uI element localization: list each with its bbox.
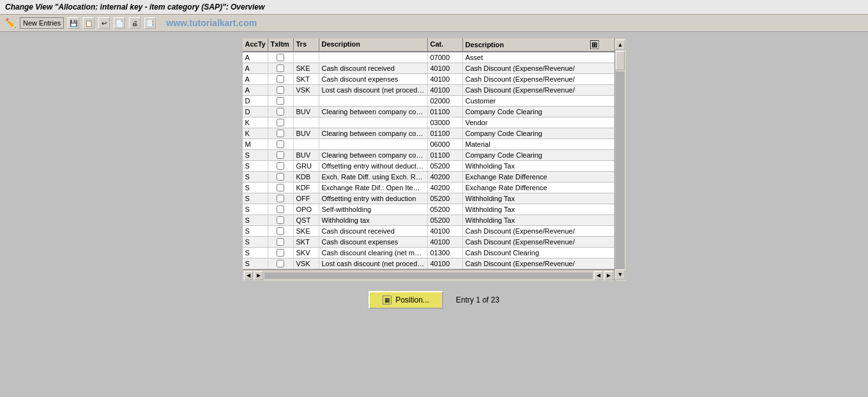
h-scroll-right2-btn[interactable]: ▶ bbox=[604, 271, 613, 280]
table-row: S SKV Cash discount clearing (net method… bbox=[243, 248, 614, 258]
cell-checkbox[interactable] bbox=[268, 74, 294, 84]
cell-acct: S bbox=[243, 215, 268, 225]
cell-checkbox[interactable] bbox=[268, 215, 294, 225]
table-row: D BUV Clearing between company codes 011… bbox=[243, 107, 614, 117]
col-header-acct: AccTy bbox=[243, 38, 268, 51]
position-label: Position... bbox=[395, 296, 429, 304]
cell-desc1: Cash discount clearing (net method) bbox=[319, 248, 428, 258]
cell-checkbox[interactable] bbox=[268, 172, 294, 182]
cell-cat: 05200 bbox=[428, 204, 463, 214]
toolbar-icon-copy1[interactable]: 📋 bbox=[83, 17, 95, 29]
cell-acct: K bbox=[243, 128, 268, 139]
main-content: AccTy TxItm Trs Description Cat. Descrip… bbox=[0, 32, 868, 315]
h-scroll-track[interactable] bbox=[264, 273, 593, 279]
cell-cat-desc: Cash Discount (Expense/Revenue/ bbox=[463, 226, 614, 236]
h-scroll-right-btn[interactable]: ▶ bbox=[254, 271, 263, 280]
cell-checkbox[interactable] bbox=[268, 150, 294, 160]
cell-trs bbox=[294, 52, 319, 63]
cell-acct: D bbox=[243, 96, 268, 106]
cell-checkbox[interactable] bbox=[268, 96, 294, 106]
cell-cat: 02000 bbox=[428, 96, 463, 106]
cell-cat-desc: Cash Discount (Expense/Revenue/ bbox=[463, 63, 614, 73]
cell-cat-desc: Withholding Tax bbox=[463, 193, 614, 204]
bottom-bar: ▦ Position... Entry 1 of 23 bbox=[369, 291, 499, 309]
table-row: D 02000 Customer bbox=[243, 96, 614, 107]
cell-cat-desc: Vendor bbox=[463, 117, 614, 128]
cell-cat: 40100 bbox=[428, 237, 463, 247]
cell-checkbox[interactable] bbox=[268, 128, 294, 139]
window-title: Change View "Allocation: internal key - … bbox=[5, 3, 264, 11]
cell-checkbox[interactable] bbox=[268, 248, 294, 258]
cell-cat: 05200 bbox=[428, 215, 463, 225]
cell-cat-desc: Cash Discount Clearing bbox=[463, 248, 614, 258]
cell-checkbox[interactable] bbox=[268, 226, 294, 236]
cell-checkbox[interactable] bbox=[268, 107, 294, 117]
entry-info: Entry 1 of 23 bbox=[456, 296, 499, 304]
position-button[interactable]: ▦ Position... bbox=[369, 291, 443, 309]
table-wrapper: AccTy TxItm Trs Description Cat. Descrip… bbox=[243, 38, 626, 281]
cell-cat: 01100 bbox=[428, 150, 463, 160]
cell-checkbox[interactable] bbox=[268, 258, 294, 269]
cell-checkbox[interactable] bbox=[268, 139, 294, 149]
toolbar-icon-print[interactable]: 🖨 bbox=[129, 17, 141, 29]
cell-acct: S bbox=[243, 193, 268, 204]
cell-acct: K bbox=[243, 117, 268, 128]
cell-cat-desc: Exchange Rate Difference bbox=[463, 183, 614, 193]
cell-acct: A bbox=[243, 52, 268, 63]
new-entries-button[interactable]: New Entries bbox=[20, 17, 64, 29]
cell-trs: OFF bbox=[294, 193, 319, 204]
cell-cat-desc: Company Code Clearing bbox=[463, 128, 614, 139]
cell-cat-desc: Company Code Clearing bbox=[463, 107, 614, 117]
table-row: M 06000 Material bbox=[243, 139, 614, 150]
cell-acct: D bbox=[243, 107, 268, 117]
table-main: AccTy TxItm Trs Description Cat. Descrip… bbox=[243, 38, 614, 281]
v-scroll-down-btn[interactable]: ▼ bbox=[615, 269, 625, 280]
toolbar-icon-copy2[interactable]: 📄 bbox=[114, 17, 125, 29]
cell-checkbox[interactable] bbox=[268, 117, 294, 128]
cell-checkbox[interactable] bbox=[268, 204, 294, 214]
cell-desc1: Clearing between company codes bbox=[319, 107, 428, 117]
toolbar-icon-undo[interactable]: ↩ bbox=[98, 17, 110, 29]
cell-cat: 07000 bbox=[428, 52, 463, 63]
cell-trs: SKV bbox=[294, 248, 319, 258]
v-scroll-up-btn[interactable]: ▲ bbox=[615, 40, 625, 50]
h-scroll-left-btn[interactable]: ◀ bbox=[244, 271, 253, 280]
cell-checkbox[interactable] bbox=[268, 237, 294, 247]
cell-checkbox[interactable] bbox=[268, 63, 294, 73]
cell-checkbox[interactable] bbox=[268, 183, 294, 193]
toolbar-icon-pen: ✏️ bbox=[5, 18, 16, 28]
cell-checkbox[interactable] bbox=[268, 161, 294, 171]
cell-checkbox[interactable] bbox=[268, 52, 294, 63]
cell-cat-desc: Withholding Tax bbox=[463, 215, 614, 225]
toolbar-icon-save[interactable]: 💾 bbox=[68, 17, 79, 29]
col-header-desc2: Description ⊞ bbox=[463, 38, 602, 51]
h-scroll-left2-btn[interactable]: ◀ bbox=[594, 271, 603, 280]
cell-checkbox[interactable] bbox=[268, 193, 294, 204]
horizontal-scrollbar[interactable]: ◀ ▶ ◀ ▶ bbox=[243, 269, 614, 281]
cell-acct: A bbox=[243, 85, 268, 95]
cell-trs bbox=[294, 117, 319, 128]
cell-trs: BUV bbox=[294, 107, 319, 117]
watermark: www.tutorialkart.com bbox=[166, 18, 257, 28]
cell-acct: S bbox=[243, 161, 268, 171]
col-settings-icon[interactable]: ⊞ bbox=[590, 40, 599, 49]
cell-trs bbox=[294, 139, 319, 149]
cell-cat-desc: Cash Discount (Expense/Revenue/ bbox=[463, 85, 614, 95]
cell-desc1: Cash discount received bbox=[319, 226, 428, 236]
table-body: A 07000 Asset A SKE Cash discount receiv… bbox=[243, 52, 614, 269]
cell-acct: S bbox=[243, 226, 268, 236]
v-scroll-thumb[interactable] bbox=[616, 51, 625, 70]
cell-checkbox[interactable] bbox=[268, 85, 294, 95]
cell-trs: KDB bbox=[294, 172, 319, 182]
toolbar-icon-delimit[interactable]: 📑 bbox=[144, 17, 156, 29]
cell-trs: VSK bbox=[294, 85, 319, 95]
cell-acct: M bbox=[243, 139, 268, 149]
col-header-cat: Cat. bbox=[428, 38, 463, 51]
cell-cat: 40100 bbox=[428, 258, 463, 269]
cell-trs: SKT bbox=[294, 237, 319, 247]
cell-acct: A bbox=[243, 63, 268, 73]
vertical-scrollbar[interactable]: ▲ ▼ bbox=[614, 38, 626, 281]
table-row: S OFF Offsetting entry with deduction 05… bbox=[243, 193, 614, 204]
cell-acct: S bbox=[243, 237, 268, 247]
cell-desc1: Self-withholding bbox=[319, 204, 428, 214]
